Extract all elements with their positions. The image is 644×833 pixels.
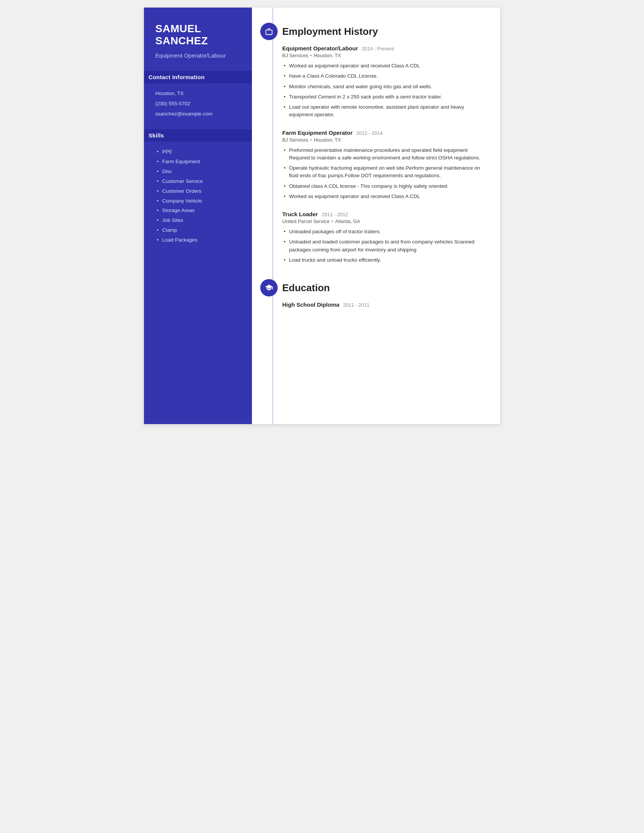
jobs-list: Equipment Operator/Labour2014 - PresentB… <box>282 45 483 264</box>
employment-section: Employment History Equipment Operator/La… <box>252 23 483 264</box>
edu-degree: High School Diploma <box>282 301 340 308</box>
candidate-title: Equipment Operator/Labour <box>155 51 241 60</box>
job-bullet: Unloaded packages off of tractor trailer… <box>282 228 483 235</box>
skills-list: PPEFarm EquipmentDiscCustomer ServiceCus… <box>155 148 241 244</box>
skill-item: Disc <box>155 168 241 175</box>
graduation-icon <box>265 284 273 292</box>
job-title-row: Equipment Operator/Labour2014 - Present <box>282 45 483 51</box>
job-bullet: Obtained class A CDL license - This comp… <box>282 182 483 190</box>
skill-item: Customer Service <box>155 178 241 185</box>
job-title: Equipment Operator/Labour <box>282 45 358 51</box>
job-company: United Parcel Service•Atlanta, GA <box>282 219 483 224</box>
job-dates: 2014 - Present <box>362 46 394 51</box>
job-bullet: Worked as equipment operator and receive… <box>282 193 483 200</box>
education-list: High School Diploma2011 - 2011 <box>282 301 483 308</box>
job-bullet: Load out operator with remote locomotive… <box>282 103 483 119</box>
main-content: Employment History Equipment Operator/La… <box>252 8 500 424</box>
job-title: Truck Loader <box>282 211 318 217</box>
job-dates: 2011 - 2012 <box>322 212 348 217</box>
job-bullet: Preformed preventative maintenance proce… <box>282 146 483 162</box>
contact-location: Houston, TX <box>155 90 241 97</box>
job-title: Farm Equipment Operator <box>282 130 353 136</box>
job-entry: Farm Equipment Operator2012 - 2014BJ Ser… <box>282 130 483 201</box>
education-heading: Education <box>282 279 483 294</box>
job-bullet: Have a Class A Colorado CDL License. <box>282 72 483 80</box>
employment-heading: Employment History <box>282 23 483 37</box>
resume-document: SAMUEL SANCHEZ Equipment Operator/Labour… <box>144 8 500 424</box>
employment-icon <box>260 23 278 40</box>
contact-phone: (230) 555-5702 <box>155 100 241 108</box>
job-bullet: Worked as equipment operator and receive… <box>282 62 483 70</box>
skills-section-heading: Skills <box>144 129 252 142</box>
contact-email: ssanchez@example.com <box>155 111 241 118</box>
edu-dates: 2011 - 2011 <box>343 302 369 308</box>
job-company: BJ Services•Houston, TX <box>282 137 483 143</box>
job-dates: 2012 - 2014 <box>356 130 383 136</box>
job-bullet: Monitor chemicals, sand and water going … <box>282 83 483 90</box>
job-bullet: Operate hydraulic fracturing equipment o… <box>282 164 483 180</box>
education-entry: High School Diploma2011 - 2011 <box>282 301 483 308</box>
job-bullets: Worked as equipment operator and receive… <box>282 62 483 119</box>
job-bullet: Transported Cement in 2 x 250 sack pods … <box>282 93 483 101</box>
job-bullet: Unloaded and loaded customer packages to… <box>282 238 483 254</box>
job-bullets: Preformed preventative maintenance proce… <box>282 146 483 201</box>
skill-item: Farm Equipment <box>155 158 241 166</box>
candidate-name: SAMUEL SANCHEZ <box>155 23 241 47</box>
briefcase-icon <box>265 27 273 35</box>
skills-section: Skills PPEFarm EquipmentDiscCustomer Ser… <box>155 129 241 244</box>
education-section: Education High School Diploma2011 - 2011 <box>252 279 483 308</box>
education-icon <box>260 279 278 296</box>
edu-title-row: High School Diploma2011 - 2011 <box>282 301 483 308</box>
job-title-row: Farm Equipment Operator2012 - 2014 <box>282 130 483 136</box>
skill-item: Job Sites <box>155 217 241 224</box>
job-bullet: Load trucks and unload trucks efficientl… <box>282 256 483 264</box>
skill-item: Customer Orders <box>155 188 241 195</box>
job-entry: Truck Loader2011 - 2012United Parcel Ser… <box>282 211 483 264</box>
job-entry: Equipment Operator/Labour2014 - PresentB… <box>282 45 483 119</box>
skill-item: Company Vehicle <box>155 198 241 205</box>
skill-item: Storage Areas <box>155 207 241 214</box>
contact-section-heading: Contact Information <box>144 71 252 83</box>
job-bullets: Unloaded packages off of tractor trailer… <box>282 228 483 264</box>
skill-item: Load Packages <box>155 236 241 244</box>
job-title-row: Truck Loader2011 - 2012 <box>282 211 483 217</box>
skill-item: Clamp <box>155 227 241 234</box>
skill-item: PPE <box>155 148 241 156</box>
sidebar: SAMUEL SANCHEZ Equipment Operator/Labour… <box>144 8 252 424</box>
job-company: BJ Services•Houston, TX <box>282 53 483 58</box>
